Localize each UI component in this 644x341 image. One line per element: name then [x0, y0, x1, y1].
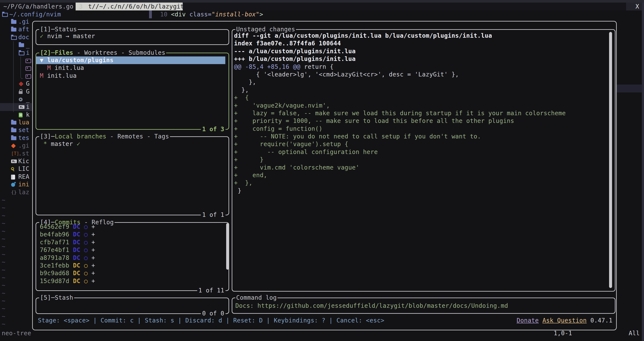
- branch-row[interactable]: * master ✓: [44, 140, 80, 148]
- diff-line: + lazy = false, -- make sure we load thi…: [234, 110, 566, 117]
- check-icon: ✓: [77, 140, 80, 148]
- file-tree-item[interactable]: .gi: [0, 142, 32, 150]
- file-tree-item[interactable]: [0, 57, 32, 64]
- ruby-icon: [19, 82, 24, 86]
- file-tree-item[interactable]: [0, 72, 32, 80]
- commit-list: 64562ef9 DC ○ +be4fab96 DC ○ +cfb7af71 D…: [40, 223, 95, 285]
- diff-view[interactable]: diff --git a/lua/custom/plugins/init.lua…: [234, 32, 566, 195]
- commit-row[interactable]: 3ce1febb DC ○ +: [40, 262, 95, 270]
- diff-line: + -- NOTE: you do not need to call setup…: [234, 133, 566, 140]
- commit-row[interactable]: a8791a78 DC ○ +: [40, 254, 95, 262]
- file-row[interactable]: ▼ lua/custom/plugins: [36, 56, 225, 64]
- check-icon: ✓: [40, 32, 44, 40]
- top-strip: [0, 0, 644, 2]
- file-tree-label: lua: [18, 119, 30, 126]
- file-tree-item[interactable]: _: [0, 96, 32, 103]
- tab-local-branches[interactable]: Local branches: [55, 133, 106, 140]
- tilde: ~: [2, 258, 5, 266]
- command-log-title: Command log: [235, 294, 278, 302]
- tilde: ~: [2, 243, 5, 250]
- branches-panel[interactable]: [3]─Local branches - Remotes - Tags 1 of…: [36, 136, 229, 215]
- tab-remotes-tags[interactable]: - Remotes - Tags: [106, 133, 169, 140]
- file-row[interactable]: M init.lua: [36, 64, 225, 72]
- file-tree-label: i: [26, 49, 30, 57]
- commit-row[interactable]: b9c9ad68 DC ○ +: [40, 270, 95, 277]
- commits-count: 1 of 11: [197, 287, 226, 294]
- current-branch-star: *: [44, 140, 47, 148]
- file-tree-item[interactable]: {}laz: [0, 188, 32, 196]
- close-tab-icon[interactable]: X: [636, 2, 639, 10]
- neotree-root[interactable]: ~/.config/nvim: [9, 10, 61, 18]
- file-tree-item[interactable]: i: [0, 49, 32, 57]
- file-tree-label: G: [26, 80, 30, 88]
- html-attr: class=: [186, 11, 212, 18]
- tab-worktrees-submodules[interactable]: - Worktrees - Submodules: [73, 49, 166, 56]
- folder-icon: [11, 20, 16, 24]
- tab-handlers-go[interactable]: ~/P/G/a/handlers.go: [4, 2, 74, 10]
- open-folder-icon: [2, 13, 8, 17]
- tabline-right-zone: [626, 2, 644, 10]
- ask-question-link[interactable]: Ask Question: [542, 317, 587, 324]
- tab-files[interactable]: [2]─Files: [40, 49, 73, 56]
- commits-scrollbar[interactable]: [226, 223, 229, 270]
- file-tree-item[interactable]: [T].st: [0, 150, 32, 158]
- file-tree-item[interactable]: LIC: [0, 165, 32, 173]
- file-tree-item[interactable]: M↓i: [0, 103, 32, 111]
- file-tree-item[interactable]: [0, 64, 32, 72]
- markdown-icon: M↓: [19, 105, 24, 109]
- file-tree-item[interactable]: set: [0, 126, 32, 134]
- file-tree-item[interactable]: doc: [0, 34, 32, 41]
- file-tree-item[interactable]: lua: [0, 119, 32, 126]
- file-tree-label: .st: [18, 150, 30, 158]
- stash-panel[interactable]: [5]─Stash 0 of 0: [36, 298, 229, 314]
- status-branch-row[interactable]: ✓ nvim → master: [40, 32, 95, 40]
- commit-row[interactable]: 767e4bf1 DC ○ +: [40, 246, 95, 254]
- statusline-scroll: All: [629, 329, 640, 337]
- donate-link[interactable]: Donate: [517, 317, 539, 324]
- scrollbar-thumb[interactable]: [149, 10, 152, 18]
- status-panel-title[interactable]: [1]─Status: [39, 26, 78, 33]
- cursorline-sliver: [616, 84, 642, 92]
- book-icon: [11, 175, 15, 180]
- tilde: ~: [2, 266, 5, 274]
- file-tree-label: aft: [18, 26, 30, 33]
- commit-row[interactable]: 64562ef9 DC ○ +: [40, 223, 95, 231]
- file-tree-item[interactable]: _: [0, 41, 32, 49]
- commit-row[interactable]: be4fab96 DC ○ +: [40, 231, 95, 238]
- tilde: ~: [2, 305, 5, 312]
- file-tree-item[interactable]: ini: [0, 180, 32, 188]
- file-tree-item[interactable]: G: [0, 88, 32, 96]
- command-log-entry: Docs: https://github.com/jesseduffield/l…: [235, 302, 508, 310]
- file-tree-item[interactable]: REA: [0, 173, 32, 180]
- file-list: ▼ lua/custom/pluginsM init.luaM init.lua: [36, 56, 225, 80]
- diff-line: }: [234, 187, 566, 195]
- diff-line: },: [234, 78, 566, 86]
- file-tree-item[interactable]: k: [0, 111, 32, 119]
- diff-scrollbar[interactable]: [609, 32, 612, 288]
- editor-top-row: ~/.config/nvim 10 <div class="install-bo…: [0, 10, 644, 18]
- tilde: ~: [2, 212, 5, 220]
- file-tree-label: Kic: [18, 158, 30, 165]
- file-row[interactable]: M init.lua: [36, 72, 225, 80]
- stash-panel-title[interactable]: [5]─Stash: [39, 294, 74, 302]
- tab-lazygit-terminal[interactable]: 3 t//~/.c/n//6/o/h/b/lazygit: [76, 2, 183, 10]
- file-tree-item[interactable]: tes: [0, 134, 32, 142]
- tilde: ~: [2, 282, 5, 289]
- commit-row[interactable]: 15c9d87d DC ○ +: [40, 277, 95, 285]
- diff-line: + {: [234, 94, 566, 102]
- tab-number: 3: [79, 2, 83, 10]
- folder-icon: [11, 28, 16, 32]
- file-tree-label: _: [26, 96, 30, 103]
- file-tree-item[interactable]: G: [0, 80, 32, 88]
- diff-line: index f3ae07e..87f4fa6 100644: [234, 40, 566, 47]
- file-tree-item[interactable]: aft: [0, 26, 32, 33]
- tilde: ~: [2, 297, 5, 305]
- file-tree-item[interactable]: M↓Kic: [0, 158, 32, 165]
- tilde: ~: [2, 204, 5, 212]
- file-tree-item[interactable]: .gi: [0, 18, 32, 26]
- terminal-screen: ~/P/G/a/handlers.go 3 t//~/.c/n//6/o/h/b…: [0, 0, 644, 341]
- commit-row[interactable]: cfb7af71 DC ○ +: [40, 238, 95, 246]
- toml-icon: [T]: [11, 150, 19, 158]
- indent-guide: [13, 41, 14, 112]
- statusline-ruler: 1,0-1: [554, 329, 572, 337]
